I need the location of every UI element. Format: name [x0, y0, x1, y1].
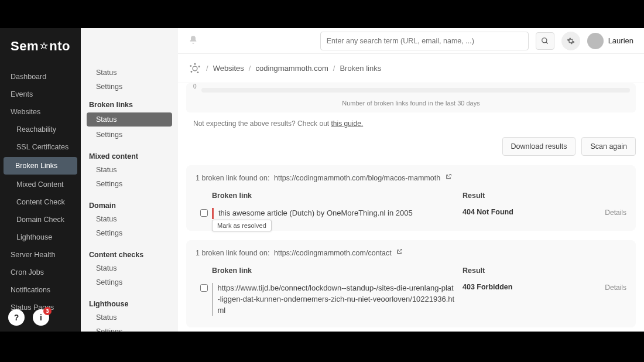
crumb-site[interactable]: codingmammoth.com [255, 64, 328, 73]
brand-logo: Sem nto [0, 28, 81, 68]
row-details-link[interactable]: Details [605, 284, 626, 292]
secondary-nav: Status Settings Broken links Status Sett… [81, 28, 178, 332]
svg-point-13 [193, 66, 197, 71]
row-result: 404 Not Found [463, 208, 591, 216]
bell-icon[interactable] [189, 35, 198, 47]
scan-again-button[interactable]: Scan again [581, 137, 636, 156]
sn-lh-settings[interactable]: Settings [81, 325, 178, 332]
row-link-text[interactable]: this awesome article (Dutch) by OneMoreT… [218, 208, 420, 219]
th-brokenlink: Broken link [212, 192, 463, 200]
sn-group-content: Content checks [81, 247, 178, 261]
svg-point-16 [197, 71, 199, 73]
sn-content-status[interactable]: Status [81, 261, 178, 275]
search-box[interactable] [320, 32, 529, 50]
nav-notifications[interactable]: Notifications [0, 281, 81, 299]
download-results-button[interactable]: Download results [502, 137, 576, 156]
crumb-current: Broken links [340, 64, 381, 73]
card-count: 1 broken link found on: [196, 249, 269, 257]
sn-mixed-status[interactable]: Status [81, 163, 178, 177]
external-link-icon[interactable] [445, 174, 452, 182]
card-url: https://codingmammoth.com/contact [274, 249, 392, 257]
row-checkbox[interactable] [200, 209, 208, 217]
th-brokenlink: Broken link [212, 267, 463, 275]
nav-lighthouse[interactable]: Lighthouse [0, 228, 81, 246]
status-bar [212, 208, 214, 219]
sn-content-settings[interactable]: Settings [81, 275, 178, 289]
row-result: 403 Forbidden [463, 283, 591, 291]
sn-settings-top[interactable]: Settings [81, 80, 178, 94]
nav-events[interactable]: Events [0, 86, 81, 103]
search-icon [541, 37, 549, 45]
sn-group-brokenlinks: Broken links [81, 97, 178, 111]
svg-point-0 [42, 45, 46, 48]
nav-websites[interactable]: Websites [0, 103, 81, 121]
search-input[interactable] [321, 37, 528, 45]
chart-bar [201, 88, 630, 93]
tooltip-mark-resolved: Mark as resolved [212, 220, 272, 231]
result-card: 1 broken link found on: https://codingma… [186, 165, 636, 231]
nav-mixed-content[interactable]: Mixed Content [0, 176, 81, 193]
guide-link[interactable]: this guide. [331, 119, 363, 128]
sn-brokenlinks-status[interactable]: Status [87, 112, 172, 127]
status-bar [212, 283, 213, 316]
row-details-link[interactable]: Details [605, 209, 626, 217]
nav-cron-jobs[interactable]: Cron Jobs [0, 264, 81, 281]
svg-point-14 [194, 63, 196, 64]
primary-nav: Sem nto Dashboard Events Websites Reacha… [0, 28, 81, 332]
info-badge: 3 [43, 307, 52, 315]
sn-lh-status[interactable]: Status [81, 310, 178, 325]
chart-caption: Number of broken links found in the last… [192, 100, 630, 107]
table-row: this awesome article (Dutch) by OneMoreT… [196, 204, 626, 223]
row-link-text[interactable]: https://www.tijd.be/connect/lockdown--st… [217, 283, 463, 316]
search-button[interactable] [536, 32, 554, 50]
table-row: https://www.tijd.be/connect/lockdown--st… [196, 279, 626, 320]
info-button[interactable]: i3 [33, 309, 49, 326]
avatar[interactable] [587, 33, 604, 49]
crumb-websites[interactable]: Websites [213, 64, 244, 73]
gear-icon [567, 37, 575, 45]
row-checkbox[interactable] [200, 284, 208, 292]
logo-icon [40, 40, 48, 52]
help-button[interactable]: ? [8, 309, 25, 326]
svg-point-17 [191, 71, 193, 73]
sn-domain-settings[interactable]: Settings [81, 226, 178, 240]
sn-mixed-settings[interactable]: Settings [81, 177, 178, 191]
nav-broken-links[interactable]: Broken Links [4, 157, 77, 175]
svg-line-10 [41, 45, 42, 46]
nav-content-check[interactable]: Content Check [0, 193, 81, 211]
sn-brokenlinks-settings[interactable]: Settings [81, 128, 178, 142]
card-url: https://codingmammoth.com/blog/macos-mam… [274, 174, 440, 182]
svg-point-11 [542, 37, 546, 42]
th-result: Result [463, 192, 591, 200]
svg-point-18 [190, 65, 191, 67]
nav-server-health[interactable]: Server Health [0, 246, 81, 264]
sn-status-top[interactable]: Status [81, 66, 178, 80]
svg-line-12 [546, 42, 547, 43]
username[interactable]: Laurien [608, 36, 633, 45]
chart-box: 0 Number of broken links found in the la… [186, 83, 636, 112]
svg-point-15 [198, 66, 200, 67]
nav-domain-check[interactable]: Domain Check [0, 211, 81, 228]
breadcrumb-icon [189, 62, 201, 75]
nav-reachability[interactable]: Reachability [0, 121, 81, 138]
sn-group-mixed: Mixed content [81, 149, 178, 163]
chart-zero-label: 0 [193, 83, 197, 90]
result-card: 1 broken link found on: https://codingma… [186, 240, 636, 328]
sn-group-domain: Domain [81, 198, 178, 212]
th-result: Result [463, 267, 591, 275]
nav-ssl[interactable]: SSL Certificates [0, 138, 81, 156]
card-count: 1 broken link found on: [196, 174, 269, 182]
top-header: Laurien [178, 28, 644, 54]
nav-dashboard[interactable]: Dashboard [0, 68, 81, 86]
external-link-icon[interactable] [396, 249, 403, 257]
sn-domain-status[interactable]: Status [81, 212, 178, 226]
settings-button[interactable] [561, 32, 580, 50]
guide-text: Not expecting the above results? Check o… [193, 119, 636, 128]
breadcrumb: / Websites / codingmammoth.com / Broken … [178, 54, 644, 83]
main-panel: Laurien / Websites / codingmammoth.com /… [178, 28, 644, 332]
sn-group-lighthouse: Lighthouse [81, 296, 178, 310]
